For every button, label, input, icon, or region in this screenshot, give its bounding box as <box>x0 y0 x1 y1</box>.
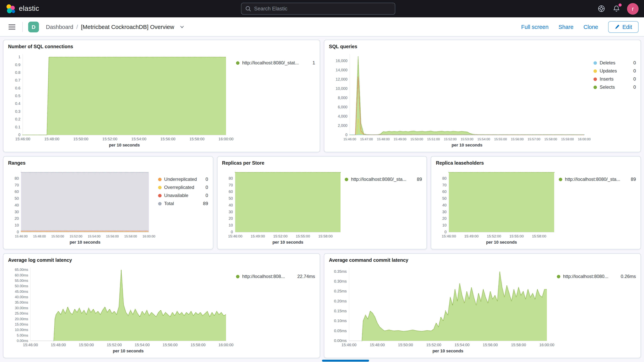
svg-text:15:58:00: 15:58:00 <box>511 343 526 347</box>
legend-dot <box>158 186 162 189</box>
svg-text:15:54:00: 15:54:00 <box>88 234 100 238</box>
menu-icon[interactable] <box>6 22 18 32</box>
svg-text:15:48:00: 15:48:00 <box>370 343 385 347</box>
legend-label: Underreplicated <box>164 176 203 182</box>
legend-item[interactable]: Inserts0 <box>594 76 636 82</box>
clone-button[interactable]: Clone <box>584 24 598 30</box>
legend-label: Updates <box>600 68 631 74</box>
svg-text:60: 60 <box>442 190 446 194</box>
svg-text:10: 10 <box>15 223 19 227</box>
panel-sql-queries: SQL queries 02,0004,0006,0008,00010,0001… <box>324 40 641 152</box>
svg-text:30.00ms: 30.00ms <box>15 306 28 310</box>
sql-connections-chart[interactable]: 00.10.20.30.40.50.60.70.80.9115:46:0015:… <box>8 50 236 149</box>
legend-item[interactable]: http://localhost:8080/_sta...89 <box>345 176 422 182</box>
svg-text:15:46:00: 15:46:00 <box>228 234 242 238</box>
svg-text:40: 40 <box>442 203 446 207</box>
legend-dot <box>594 69 597 73</box>
svg-text:15:55:00: 15:55:00 <box>296 234 310 238</box>
full-screen-button[interactable]: Full screen <box>521 24 548 30</box>
legend-label: Overreplicated <box>164 185 203 190</box>
svg-text:0.25ms: 0.25ms <box>334 289 347 293</box>
replicas-per-store-chart[interactable]: 0102030405060708015:46:0015:49:0015:52:0… <box>222 166 345 246</box>
legend-item[interactable]: http://localhost:8080/_stat...1 <box>236 60 315 66</box>
svg-text:16:00:00: 16:00:00 <box>142 234 155 238</box>
svg-text:15:49:00: 15:49:00 <box>250 234 265 238</box>
svg-text:0: 0 <box>445 230 447 234</box>
legend-item[interactable]: Overreplicated0 <box>158 185 208 190</box>
svg-text:30: 30 <box>442 210 446 214</box>
svg-text:45.00ms: 45.00ms <box>15 290 28 294</box>
legend-item[interactable]: Updates0 <box>594 68 636 74</box>
svg-text:15:52:00: 15:52:00 <box>107 343 122 347</box>
svg-text:15:56:00: 15:56:00 <box>106 234 119 238</box>
user-avatar[interactable]: r <box>627 3 638 14</box>
avg-log-commit-latency-chart[interactable]: 0.00ms5.00ms10.00ms15.00ms20.00ms25.00ms… <box>8 264 236 355</box>
panel-replica-leaseholders: Replica leaseholders 0102030405060708015… <box>431 156 641 250</box>
sql-queries-chart[interactable]: 02,0004,0006,0008,00010,00012,00014,0001… <box>329 50 594 149</box>
svg-text:0: 0 <box>230 230 233 234</box>
svg-text:20.00ms: 20.00ms <box>15 317 28 321</box>
legend-dot <box>557 275 560 278</box>
help-icon[interactable] <box>597 4 606 13</box>
svg-text:per 10 seconds: per 10 seconds <box>272 240 303 244</box>
dashboard-toolbar: D Dashboard / [Metricbeat CockroachDB] O… <box>0 17 644 36</box>
legend-item[interactable]: http://localhost:8080/_sta...89 <box>559 176 636 182</box>
legend-value: 89 <box>631 176 636 182</box>
legend-value: 0 <box>634 60 636 66</box>
panel-title: Average log commit latency <box>8 258 315 263</box>
legend-label: Total <box>164 201 200 206</box>
alerts-icon[interactable] <box>612 4 621 13</box>
legend-item[interactable]: Selects0 <box>594 84 636 90</box>
legend-value: 89 <box>417 176 422 182</box>
legend-label: Unavailable <box>164 193 203 198</box>
svg-text:15:46:00: 15:46:00 <box>342 343 356 347</box>
legend-item[interactable]: http://localhost:8080...0.26ms <box>557 274 636 279</box>
elastic-home-link[interactable]: elastic <box>6 4 39 14</box>
legend-item[interactable]: Total89 <box>158 201 208 206</box>
global-search[interactable] <box>241 3 395 15</box>
svg-text:50.00ms: 50.00ms <box>15 284 28 288</box>
share-button[interactable]: Share <box>558 24 574 30</box>
svg-text:15:58:00: 15:58:00 <box>124 234 137 238</box>
search-input[interactable] <box>254 6 391 12</box>
svg-text:16:00:00: 16:00:00 <box>218 137 234 141</box>
chart-legend: http://localhost:8080/_sta...89 <box>559 166 636 246</box>
legend-item[interactable]: Underreplicated0 <box>158 176 208 182</box>
panel-title: Ranges <box>8 160 208 166</box>
svg-text:80: 80 <box>228 176 233 180</box>
svg-text:15:55:00: 15:55:00 <box>494 138 507 141</box>
svg-text:10,000: 10,000 <box>336 86 348 90</box>
header-actions: r <box>597 3 638 14</box>
svg-text:15:52:00: 15:52:00 <box>102 137 118 141</box>
legend-item[interactable]: Unavailable0 <box>158 193 208 198</box>
edit-button-label: Edit <box>622 24 632 30</box>
svg-text:per 10 seconds: per 10 seconds <box>452 143 482 148</box>
replica-leaseholders-chart[interactable]: 0102030405060708015:46:0015:49:0015:52:0… <box>436 166 559 246</box>
legend-label: Inserts <box>600 76 631 82</box>
svg-text:per 10 seconds: per 10 seconds <box>486 240 517 244</box>
svg-text:15:49:00: 15:49:00 <box>464 234 479 238</box>
page-title: [Metricbeat CockroachDB] Overview <box>81 24 174 30</box>
breadcrumb-separator: / <box>76 24 78 30</box>
svg-text:12,000: 12,000 <box>336 77 348 81</box>
ranges-chart[interactable]: 0102030405060708015:46:0015:48:0015:50:0… <box>8 166 158 246</box>
svg-text:15:58:00: 15:58:00 <box>532 234 546 238</box>
svg-text:6,000: 6,000 <box>338 105 348 109</box>
svg-text:50: 50 <box>442 196 446 200</box>
legend-label: http://localhost:8080/_stat... <box>242 60 310 66</box>
edit-button[interactable]: Edit <box>608 21 638 32</box>
svg-text:15:53:00: 15:53:00 <box>461 138 473 141</box>
breadcrumb-dashboard[interactable]: Dashboard <box>46 24 73 30</box>
legend-item[interactable]: Deletes0 <box>594 60 636 66</box>
svg-text:per 10 seconds: per 10 seconds <box>113 348 144 353</box>
chevron-down-icon[interactable] <box>178 23 186 31</box>
legend-dot <box>236 275 240 278</box>
svg-text:15:52:00: 15:52:00 <box>487 234 501 238</box>
legend-item[interactable]: http://localhost:808...22.74ms <box>236 274 315 279</box>
svg-text:40.00ms: 40.00ms <box>15 295 28 299</box>
avg-command-commit-latency-chart[interactable]: 0.00ms0.05ms0.10ms0.15ms0.20ms0.25ms0.30… <box>329 264 557 355</box>
space-badge[interactable]: D <box>28 22 39 32</box>
horizontal-scrollbar-thumb[interactable] <box>322 360 369 362</box>
brand-name: elastic <box>19 5 39 13</box>
legend-value: 0 <box>206 176 208 182</box>
